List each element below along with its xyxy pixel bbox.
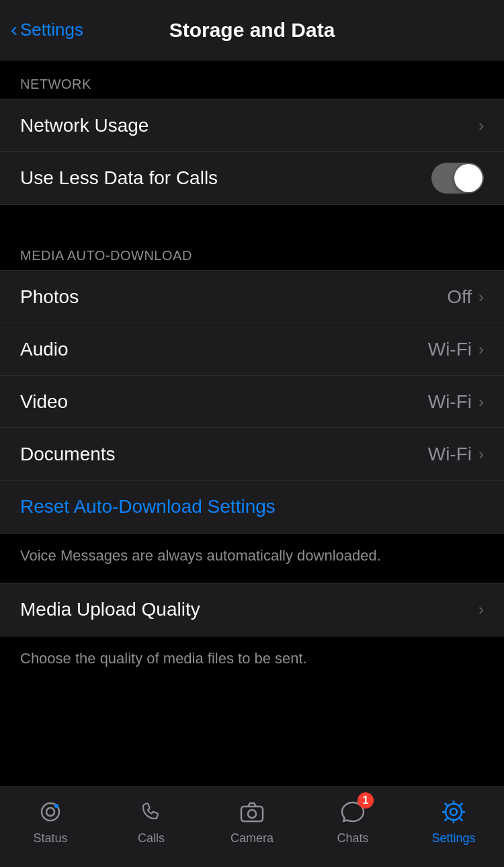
tab-chats[interactable]: 1 Chats [312, 796, 393, 845]
chats-badge: 1 [358, 792, 374, 809]
documents-right: Wi-Fi › [428, 444, 484, 465]
chevron-icon: › [478, 600, 484, 619]
network-section-label: NETWORK [0, 60, 504, 99]
back-button[interactable]: ‹ Settings [11, 19, 83, 40]
media-upload-note: Choose the quality of media files to be … [0, 636, 504, 686]
toggle-knob [454, 164, 482, 192]
photos-value: Off [447, 286, 472, 308]
documents-value: Wi-Fi [428, 444, 472, 465]
chats-icon: 1 [337, 796, 368, 827]
tab-camera[interactable]: Camera [212, 796, 292, 845]
photos-label: Photos [20, 286, 79, 308]
media-auto-download-group: Photos Off › Audio Wi-Fi › Video Wi-Fi ›… [0, 270, 504, 534]
chevron-icon: › [478, 340, 484, 359]
use-less-data-label: Use Less Data for Calls [20, 167, 218, 189]
media-upload-quality-row[interactable]: Media Upload Quality › [0, 583, 504, 636]
camera-tab-label: Camera [230, 831, 274, 845]
chevron-icon: › [478, 116, 484, 135]
photos-row[interactable]: Photos Off › [0, 271, 504, 323]
video-label: Video [20, 391, 68, 413]
settings-tab-label: Settings [431, 831, 475, 845]
video-value: Wi-Fi [428, 391, 472, 413]
network-group: Network Usage › Use Less Data for Calls [0, 99, 504, 205]
tab-settings[interactable]: Settings [413, 796, 494, 845]
svg-point-6 [446, 804, 462, 820]
reset-auto-download-label: Reset Auto-Download Settings [20, 496, 276, 518]
use-less-data-toggle[interactable] [431, 163, 484, 194]
audio-row[interactable]: Audio Wi-Fi › [0, 323, 504, 376]
settings-icon [438, 796, 469, 827]
video-right: Wi-Fi › [428, 391, 484, 413]
network-usage-label: Network Usage [20, 115, 149, 136]
chats-tab-label: Chats [337, 831, 368, 845]
camera-icon [237, 796, 267, 827]
calls-tab-label: Calls [138, 831, 165, 845]
video-row[interactable]: Video Wi-Fi › [0, 376, 504, 428]
calls-icon [136, 796, 167, 827]
tab-bar: Status Calls Camera 1 Chats [0, 786, 504, 867]
status-tab-label: Status [33, 831, 67, 845]
network-usage-row[interactable]: Network Usage › [0, 99, 504, 152]
back-label: Settings [20, 19, 83, 40]
voice-messages-note: Voice Messages are always automatically … [0, 534, 504, 583]
media-upload-group: Media Upload Quality › [0, 583, 504, 636]
use-less-data-row[interactable]: Use Less Data for Calls [0, 152, 504, 204]
status-icon [35, 796, 66, 827]
svg-point-2 [54, 804, 58, 808]
svg-point-5 [450, 809, 457, 815]
documents-row[interactable]: Documents Wi-Fi › [0, 428, 504, 481]
media-auto-download-section-label: MEDIA AUTO-DOWNLOAD [0, 232, 504, 270]
svg-point-1 [46, 808, 54, 816]
network-usage-right: › [478, 116, 484, 135]
content-area: NETWORK Network Usage › Use Less Data fo… [0, 60, 504, 773]
back-chevron-icon: ‹ [11, 19, 17, 40]
header: ‹ Settings Storage and Data [0, 0, 504, 60]
media-upload-quality-label: Media Upload Quality [20, 599, 200, 620]
tab-calls[interactable]: Calls [111, 796, 192, 845]
spacer-1 [0, 205, 504, 232]
media-upload-quality-right: › [478, 600, 484, 619]
chevron-icon: › [478, 445, 484, 464]
audio-right: Wi-Fi › [428, 339, 484, 360]
page-title: Storage and Data [169, 19, 335, 42]
svg-rect-3 [241, 807, 263, 821]
chevron-icon: › [478, 393, 484, 411]
chevron-icon: › [478, 288, 484, 306]
svg-point-4 [248, 810, 256, 818]
photos-right: Off › [447, 286, 484, 308]
documents-label: Documents [20, 444, 116, 465]
tab-status[interactable]: Status [10, 796, 91, 845]
audio-label: Audio [20, 339, 69, 360]
reset-auto-download-row[interactable]: Reset Auto-Download Settings [0, 481, 504, 533]
audio-value: Wi-Fi [428, 339, 472, 360]
